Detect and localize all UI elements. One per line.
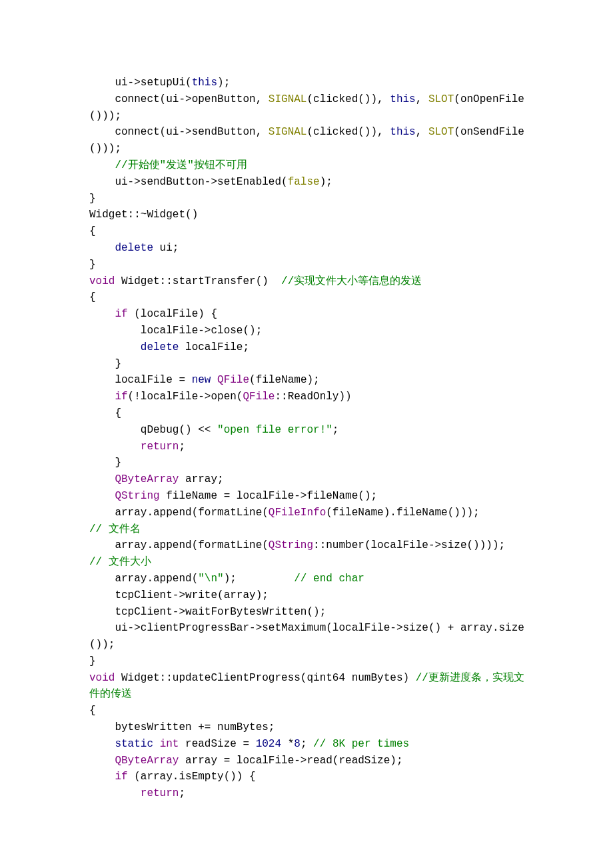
document-page: ui->setupUi(this); connect(ui->openButto… (0, 0, 613, 868)
code-listing: ui->setupUi(this); connect(ui->openButto… (89, 75, 533, 802)
